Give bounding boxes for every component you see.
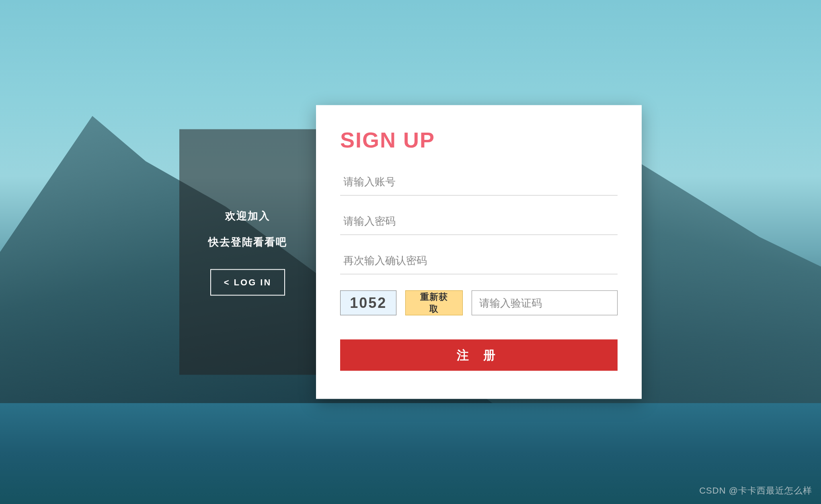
water-decoration	[0, 403, 821, 504]
auth-container: 欢迎加入 快去登陆看看吧 < LOG IN SIGN UP 1052 重新获取 …	[179, 105, 642, 399]
signup-title: SIGN UP	[340, 127, 618, 152]
login-button[interactable]: < LOG IN	[210, 269, 285, 295]
confirm-password-input[interactable]	[340, 247, 618, 275]
password-input[interactable]	[340, 208, 618, 235]
watermark-text: CSDN @卡卡西最近怎么样	[699, 485, 812, 497]
login-side-panel: 欢迎加入 快去登陆看看吧 < LOG IN	[179, 129, 316, 375]
account-input[interactable]	[340, 168, 618, 196]
captcha-input[interactable]	[472, 291, 618, 316]
captcha-row: 1052 重新获取	[340, 291, 618, 316]
welcome-title: 欢迎加入	[225, 209, 270, 223]
signup-submit-button[interactable]: 注 册	[340, 340, 618, 371]
captcha-refresh-button[interactable]: 重新获取	[405, 291, 463, 316]
signup-form-panel: SIGN UP 1052 重新获取 注 册	[316, 105, 642, 399]
welcome-subtitle: 快去登陆看看吧	[208, 235, 287, 249]
captcha-code-display: 1052	[340, 291, 396, 316]
